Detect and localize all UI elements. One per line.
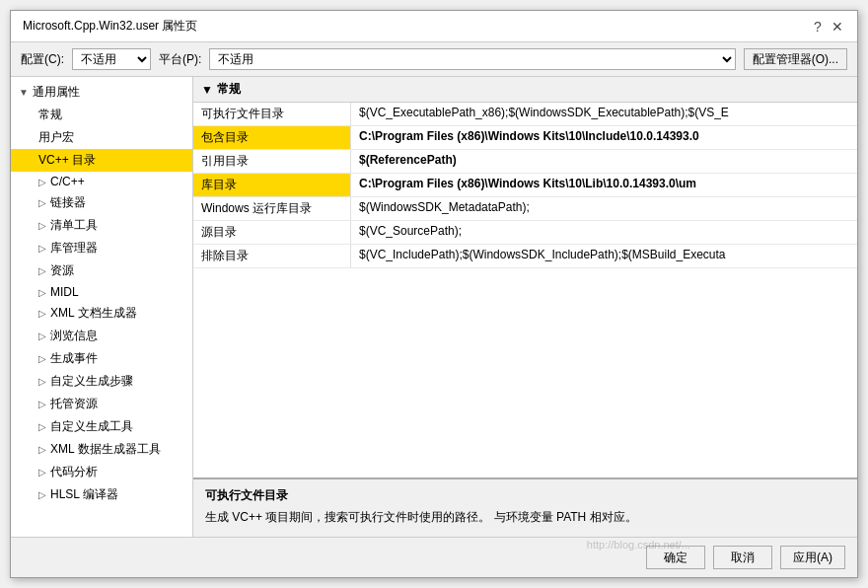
prop-value: C:\Program Files (x86)\Windows Kits\10\I… <box>351 126 857 149</box>
platform-label: 平台(P): <box>159 51 201 68</box>
sidebar-item-label: 链接器 <box>50 194 86 211</box>
table-row[interactable]: Windows 运行库目录 $(WindowsSDK_MetadataPath)… <box>193 197 857 221</box>
sidebar-item-midl[interactable]: ▷ MIDL <box>11 282 192 302</box>
sidebar-item-label: 浏览信息 <box>50 328 98 344</box>
apply-button[interactable]: 应用(A) <box>780 546 845 569</box>
sidebar-item-custom-gen[interactable]: ▷ 自定义生成工具 <box>11 415 192 438</box>
expand-icon: ▷ <box>38 489 46 500</box>
prop-value: $(WindowsSDK_MetadataPath); <box>351 197 857 220</box>
expand-icon: ▼ <box>19 87 29 98</box>
sidebar-item-label: 常规 <box>38 107 62 123</box>
sidebar-item-label: C/C++ <box>50 175 85 188</box>
sidebar-item-user-macros[interactable]: 用户宏 <box>11 126 192 149</box>
sidebar-item-label: 资源 <box>50 262 74 279</box>
properties-table: 可执行文件目录 $(VC_ExecutablePath_x86);$(Windo… <box>193 103 857 478</box>
prop-value: C:\Program Files (x86)\Windows Kits\10\L… <box>351 174 857 196</box>
expand-icon: ▷ <box>38 197 46 208</box>
table-row[interactable]: 库目录 C:\Program Files (x86)\Windows Kits\… <box>193 174 857 197</box>
content-area: ▼ 常规 可执行文件目录 $(VC_ExecutablePath_x86);$(… <box>193 77 857 537</box>
sidebar-item-lib-mgr[interactable]: ▷ 库管理器 <box>11 237 192 259</box>
expand-icon: ▷ <box>38 177 46 187</box>
sidebar-item-resources[interactable]: ▷ 资源 <box>11 259 192 282</box>
sidebar-item-label: 代码分析 <box>50 464 98 480</box>
bottom-bar: http://blog.csdn.net/... 确定 取消 应用(A) <box>11 537 857 577</box>
sidebar-item-hlsl[interactable]: ▷ HLSL 编译器 <box>11 483 192 506</box>
expand-icon: ▷ <box>38 287 46 298</box>
prop-value: $(ReferencePath) <box>351 150 857 173</box>
title-bar-buttons: ? ✕ <box>810 19 845 35</box>
property-dialog: Microsoft.Cpp.Win32.user 属性页 ? ✕ 配置(C): … <box>10 10 858 578</box>
sidebar-item-label: 用户宏 <box>38 129 74 146</box>
sidebar-item-browse[interactable]: ▷ 浏览信息 <box>11 325 192 347</box>
sidebar-item-managed-res[interactable]: ▷ 托管资源 <box>11 393 192 415</box>
expand-icon: ▷ <box>38 331 46 341</box>
sidebar-item-general[interactable]: 常规 <box>11 104 192 126</box>
expand-icon: ▷ <box>38 376 46 387</box>
sidebar-item-general-props[interactable]: ▼ 通用属性 <box>11 81 192 104</box>
config-label: 配置(C): <box>21 51 64 68</box>
close-button[interactable]: ✕ <box>830 19 845 35</box>
platform-select[interactable]: 不适用 <box>209 48 735 70</box>
prop-value: $(VC_ExecutablePath_x86);$(WindowsSDK_Ex… <box>351 103 857 125</box>
expand-icon: ▷ <box>38 265 46 276</box>
description-title: 可执行文件目录 <box>205 487 845 504</box>
sidebar-item-custom-build[interactable]: ▷ 自定义生成步骤 <box>11 370 192 393</box>
prop-value: $(VC_SourcePath); <box>351 221 857 244</box>
dialog-title: Microsoft.Cpp.Win32.user 属性页 <box>23 18 197 35</box>
sidebar-item-label: 库管理器 <box>50 240 98 257</box>
sidebar-item-label: MIDL <box>50 285 79 299</box>
section-header: ▼ 常规 <box>193 77 857 103</box>
main-area: ▼ 通用属性 常规 用户宏 VC++ 目录 ▷ C/C++ ▷ 链接器 ▷ <box>11 77 857 537</box>
prop-name: 库目录 <box>193 174 351 196</box>
expand-icon: ▷ <box>38 399 46 409</box>
sidebar-item-label: HLSL 编译器 <box>50 486 118 503</box>
table-row[interactable]: 包含目录 C:\Program Files (x86)\Windows Kits… <box>193 126 857 150</box>
sidebar-item-vc-dirs[interactable]: VC++ 目录 <box>11 149 192 172</box>
prop-name: 可执行文件目录 <box>193 103 351 125</box>
expand-icon: ▷ <box>38 421 46 432</box>
prop-name: 引用目录 <box>193 150 351 173</box>
prop-name: Windows 运行库目录 <box>193 197 351 220</box>
prop-name: 源目录 <box>193 221 351 244</box>
sidebar-item-label: XML 数据生成器工具 <box>50 441 161 458</box>
sidebar-item-xml-gen[interactable]: ▷ XML 文档生成器 <box>11 302 192 325</box>
description-text: 生成 VC++ 项目期间，搜索可执行文件时使用的路径。 与环境变量 PATH 相… <box>205 508 845 526</box>
expand-icon: ▷ <box>38 353 46 364</box>
sidebar-item-xml-data-gen[interactable]: ▷ XML 数据生成器工具 <box>11 438 192 461</box>
section-header-label: 常规 <box>217 81 241 98</box>
table-row[interactable]: 排除目录 $(VC_IncludePath);$(WindowsSDK_Incl… <box>193 245 857 268</box>
prop-name: 包含目录 <box>193 126 351 149</box>
sidebar-item-label: 托管资源 <box>50 396 98 412</box>
section-expand-icon: ▼ <box>201 83 213 97</box>
sidebar-item-code-analysis[interactable]: ▷ 代码分析 <box>11 461 192 483</box>
table-row[interactable]: 可执行文件目录 $(VC_ExecutablePath_x86);$(Windo… <box>193 103 857 126</box>
sidebar-item-manifest[interactable]: ▷ 清单工具 <box>11 214 192 237</box>
sidebar-item-label: 通用属性 <box>33 84 80 101</box>
sidebar-item-label: 生成事件 <box>50 350 98 367</box>
ok-button[interactable]: 确定 <box>646 546 705 569</box>
expand-icon: ▷ <box>38 444 46 455</box>
expand-icon: ▷ <box>38 243 46 254</box>
table-row[interactable]: 源目录 $(VC_SourcePath); <box>193 221 857 245</box>
config-manager-button[interactable]: 配置管理器(O)... <box>744 48 847 70</box>
expand-icon: ▷ <box>38 220 46 231</box>
description-panel: 可执行文件目录 生成 VC++ 项目期间，搜索可执行文件时使用的路径。 与环境变… <box>193 478 857 537</box>
sidebar-item-cpp[interactable]: ▷ C/C++ <box>11 172 192 191</box>
sidebar-item-label: XML 文档生成器 <box>50 305 137 322</box>
sidebar-item-label: VC++ 目录 <box>38 152 96 169</box>
title-bar: Microsoft.Cpp.Win32.user 属性页 ? ✕ <box>11 11 857 42</box>
prop-value: $(VC_IncludePath);$(WindowsSDK_IncludePa… <box>351 245 857 267</box>
help-button[interactable]: ? <box>810 19 826 35</box>
table-row[interactable]: 引用目录 $(ReferencePath) <box>193 150 857 174</box>
config-select[interactable]: 不适用 <box>72 48 151 70</box>
sidebar-item-linker[interactable]: ▷ 链接器 <box>11 191 192 214</box>
expand-icon: ▷ <box>38 467 46 478</box>
sidebar-item-build-events[interactable]: ▷ 生成事件 <box>11 347 192 370</box>
config-row: 配置(C): 不适用 平台(P): 不适用 配置管理器(O)... <box>11 42 857 77</box>
sidebar: ▼ 通用属性 常规 用户宏 VC++ 目录 ▷ C/C++ ▷ 链接器 ▷ <box>11 77 193 537</box>
prop-name: 排除目录 <box>193 245 351 267</box>
sidebar-item-label: 自定义生成步骤 <box>50 373 133 390</box>
cancel-button[interactable]: 取消 <box>713 546 772 569</box>
sidebar-item-label: 清单工具 <box>50 217 98 234</box>
expand-icon: ▷ <box>38 308 46 319</box>
